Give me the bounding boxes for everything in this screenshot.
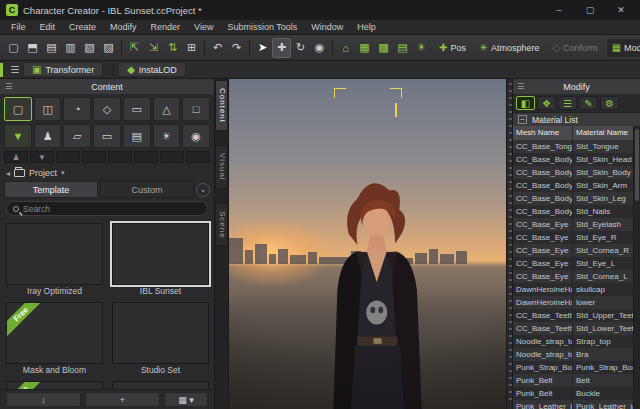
minimize-button[interactable]: – <box>546 0 572 20</box>
material-table-row[interactable]: CC_Base_Body Std_Skin_Leg <box>513 192 633 205</box>
download-button[interactable]: ↓ <box>6 392 81 407</box>
category-skin[interactable]: ◇ <box>93 97 121 121</box>
transformer-button[interactable]: ▣ Transformer <box>23 62 103 77</box>
redo-button[interactable]: ↷ <box>227 38 246 58</box>
maximize-button[interactable]: ▢ <box>577 0 603 20</box>
slot-empty[interactable] <box>134 151 158 163</box>
content-tab[interactable]: Template <box>4 181 98 198</box>
modify-panel-tab[interactable]: ▦ Modify <box>606 38 640 58</box>
view-options-button[interactable]: ▦ ▾ <box>164 392 208 407</box>
content-item-thumbnail[interactable]: Free <box>6 302 103 364</box>
category-shoes[interactable]: ▱ <box>63 124 91 148</box>
atmosphere-button[interactable]: ☀ Atmosphere <box>474 38 545 58</box>
content-item-thumbnail[interactable]: Free <box>6 381 103 389</box>
material-list-scrollbar[interactable] <box>633 126 640 409</box>
dock-tab[interactable]: Scene <box>215 203 228 247</box>
pos-button[interactable]: ✚ Pos <box>434 38 471 58</box>
content-item[interactable]: Free Mask and Bloom <box>6 302 103 376</box>
stage-button[interactable]: ▦ <box>355 38 374 58</box>
category-hair[interactable]: ▭ <box>123 97 151 121</box>
material-table-row[interactable]: CC_Base_Body Std_Skin_Head <box>513 153 633 166</box>
category-gloves[interactable]: ▭ <box>93 124 121 148</box>
slot-avatar[interactable]: ♟ <box>4 151 28 163</box>
floor-button[interactable]: ▩ <box>374 38 393 58</box>
panel-menu-icon[interactable]: ☰ <box>517 82 524 91</box>
light-gizmo-bracket-left[interactable] <box>334 88 346 98</box>
material-table-row[interactable]: CC_Base_Eye Std_Eye_L <box>513 257 633 270</box>
material-table-row[interactable]: DawnHeroineHair skullcap <box>513 283 633 296</box>
export-button[interactable]: ▧ <box>80 38 99 58</box>
link-button[interactable]: ⊞ <box>182 38 201 58</box>
menu-item[interactable]: View <box>187 20 220 35</box>
material-tab[interactable]: ❖ <box>537 96 556 110</box>
menu-item[interactable]: Help <box>350 20 383 35</box>
goz-import-button[interactable]: ⇲ <box>144 38 163 58</box>
content-item-thumbnail[interactable] <box>112 381 209 389</box>
rotate-tool[interactable]: ↻ <box>291 38 310 58</box>
new-project-button[interactable]: ▢ <box>4 38 23 58</box>
content-item[interactable]: Free <box>6 381 103 389</box>
slot-cloth[interactable]: ▼ <box>30 151 54 163</box>
menu-item[interactable]: Modify <box>103 20 144 35</box>
light-gizmo-line[interactable] <box>395 103 397 117</box>
content-item[interactable]: Iray Optimized <box>6 223 103 297</box>
collapse-section-icon[interactable]: − <box>518 115 527 124</box>
material-table-row[interactable]: CC_Base_Teeth Std_Upper_Teeth <box>513 309 633 322</box>
render-image-button[interactable]: ▨ <box>99 38 118 58</box>
material-list-section-bar[interactable]: − Material List <box>513 112 640 126</box>
conform-button[interactable]: ◇ Conform <box>547 38 602 58</box>
slot-empty[interactable] <box>56 151 80 163</box>
slot-empty[interactable] <box>82 151 106 163</box>
material-table-row[interactable]: Punk_Strap_Boots Punk_Strap_Boots <box>513 361 633 374</box>
content-tab[interactable]: Custom <box>100 181 194 198</box>
viewport-3d[interactable] <box>229 79 506 409</box>
breadcrumb-label[interactable]: Project <box>29 168 57 178</box>
content-item[interactable]: Studio Set <box>112 302 209 376</box>
menu-item[interactable]: Window <box>304 20 350 35</box>
toolbar-menu-icon[interactable]: ☰ <box>7 64 23 75</box>
material-table-row[interactable]: Punk_Belt Belt <box>513 374 633 387</box>
select-tool[interactable]: ➤ <box>253 38 272 58</box>
breadcrumb-caret-icon[interactable]: ▾ <box>61 169 65 177</box>
column-header-mesh-name[interactable]: Mesh Name <box>513 126 573 140</box>
sun-light-button[interactable]: ☀ <box>412 38 431 58</box>
material-table-row[interactable]: DawnHeroineHair lower <box>513 296 633 309</box>
category-accessory[interactable]: △ <box>153 97 181 121</box>
list-tab[interactable]: ☰ <box>558 96 577 110</box>
category-light[interactable]: ☀ <box>153 124 181 148</box>
slot-empty[interactable] <box>160 151 184 163</box>
material-table-row[interactable]: CC_Base_Teeth Std_Lower_Teeth <box>513 322 633 335</box>
grid-button[interactable]: ▤ <box>393 38 412 58</box>
material-table-row[interactable]: CC_Base_Body Std_Skin_Body <box>513 166 633 179</box>
menu-item[interactable]: File <box>4 20 33 35</box>
back-icon[interactable]: ◂ <box>6 169 10 178</box>
dock-tab[interactable]: Content <box>215 80 228 131</box>
separator[interactable] <box>332 40 333 56</box>
material-table-row[interactable]: Punk_Leather_jacket Punk_Leather_jacket <box>513 400 633 409</box>
home-view-button[interactable]: ⌂ <box>336 38 355 58</box>
material-table-row[interactable]: Noodle_strap_top Strap_top <box>513 335 633 348</box>
content-item[interactable] <box>112 381 209 389</box>
material-table-row[interactable]: CC_Base_Eye Std_Eyelash <box>513 218 633 231</box>
material-table-row[interactable]: Punk_Belt Buckle <box>513 387 633 400</box>
add-content-button[interactable]: + <box>85 392 160 407</box>
scrollbar-thumb[interactable] <box>635 129 639 201</box>
collapse-panel-button[interactable]: ⌄ <box>196 183 210 197</box>
slot-empty[interactable] <box>186 151 210 163</box>
menu-item[interactable]: Create <box>62 20 103 35</box>
orbit-tool[interactable]: ◉ <box>310 38 329 58</box>
menu-item[interactable]: Edit <box>33 20 63 35</box>
panel-menu-icon[interactable]: ☰ <box>5 82 12 91</box>
material-table-row[interactable]: Noodle_strap_top Bra <box>513 348 633 361</box>
material-table-row[interactable]: CC_Base_Body Std_Nails <box>513 205 633 218</box>
attribute-tab[interactable]: ◧ <box>516 96 535 110</box>
category-props[interactable]: □ <box>182 97 210 121</box>
separator[interactable] <box>249 40 250 56</box>
category-avatar[interactable]: ◫ <box>34 97 62 121</box>
save-project-button[interactable]: ▤ <box>42 38 61 58</box>
material-table-row[interactable]: CC_Base_Eye Std_Eye_R <box>513 231 633 244</box>
menu-item[interactable]: Submission Tools <box>220 20 304 35</box>
content-panel-header[interactable]: ☰ Content <box>0 79 214 94</box>
slot-empty[interactable] <box>108 151 132 163</box>
separator[interactable] <box>121 40 122 56</box>
